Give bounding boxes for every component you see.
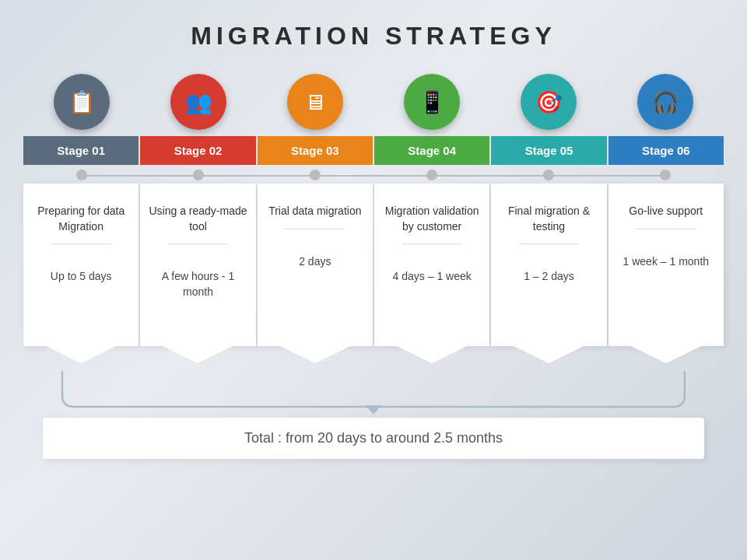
stage-label-03: Stage 03 — [258, 136, 373, 165]
card-divider-04 — [402, 243, 462, 244]
card-description-02: Using a ready-made tool — [148, 204, 247, 234]
card-description-01: Preparing for data Migration — [31, 204, 131, 234]
circle-wrapper-02: 👥 — [144, 74, 253, 130]
timeline-dot-02 — [193, 170, 204, 180]
card-description-06: Go-live support — [629, 204, 703, 219]
curved-arrow-svg — [23, 368, 724, 415]
stage-circle-01: 📋 — [54, 74, 110, 130]
stage-circle-06: 🎧 — [637, 74, 693, 130]
timeline-dot-04 — [426, 170, 437, 180]
stage-card-04: Migration validation by customer4 days –… — [374, 184, 489, 346]
stage-circle-05: 🎯 — [521, 74, 577, 130]
svg-marker-0 — [366, 405, 381, 415]
stage-card-06: Go-live support1 week – 1 month — [608, 184, 724, 346]
timeline-line — [78, 175, 669, 177]
stage-label-02: Stage 02 — [140, 136, 255, 165]
timeline-dot-06 — [660, 170, 671, 180]
labels-row: Stage 01Stage 02Stage 03Stage 04Stage 05… — [23, 136, 724, 165]
stage-card-02: Using a ready-made toolA few hours - 1 m… — [140, 184, 255, 346]
card-divider-06 — [636, 229, 696, 229]
card-divider-02 — [168, 243, 228, 244]
card-duration-05: 1 – 2 days — [524, 269, 574, 285]
circle-wrapper-01: 📋 — [27, 74, 136, 130]
circle-wrapper-05: 🎯 — [494, 74, 603, 130]
total-text: Total : from 20 days to around 2.5 month… — [244, 430, 503, 446]
card-description-03: Trial data migration — [268, 204, 361, 219]
stage-label-06: Stage 06 — [608, 136, 724, 165]
stage-card-05: Final migration & testing1 – 2 days — [491, 184, 606, 346]
stage-circle-02: 👥 — [170, 74, 226, 130]
card-divider-03 — [285, 229, 345, 229]
stage-card-03: Trial data migration2 days — [258, 184, 373, 346]
stage-label-04: Stage 04 — [374, 136, 489, 165]
card-duration-06: 1 week – 1 month — [623, 254, 710, 270]
total-banner: Total : from 20 days to around 2.5 month… — [43, 418, 704, 459]
circles-row: 📋👥🖥📱🎯🎧 — [23, 74, 724, 130]
bottom-arrow-section — [23, 368, 724, 415]
timeline-dot-03 — [310, 170, 321, 180]
card-divider-05 — [519, 243, 579, 244]
timeline-dot-01 — [76, 170, 87, 180]
stage-label-01: Stage 01 — [23, 136, 139, 165]
stage-circle-04: 📱 — [404, 74, 460, 130]
card-divider-01 — [51, 243, 111, 244]
card-duration-01: Up to 5 days — [51, 269, 112, 285]
timeline-dot-05 — [543, 170, 554, 180]
circle-wrapper-04: 📱 — [377, 74, 486, 130]
card-duration-02: A few hours - 1 month — [148, 269, 247, 299]
stage-label-05: Stage 05 — [491, 136, 606, 165]
card-duration-04: 4 days – 1 week — [393, 269, 472, 285]
stage-circle-03: 🖥 — [287, 74, 343, 130]
dots-row — [23, 170, 724, 180]
circle-wrapper-06: 🎧 — [611, 74, 720, 130]
cards-row: Preparing for data MigrationUp to 5 days… — [23, 184, 724, 346]
card-description-04: Migration validation by customer — [382, 204, 482, 234]
stages-section: 📋👥🖥📱🎯🎧 Stage 01Stage 02Stage 03Stage 04S… — [23, 74, 724, 346]
stage-card-01: Preparing for data MigrationUp to 5 days — [23, 184, 139, 346]
page-title: MIGRATION STRATEGY — [191, 22, 556, 51]
card-description-05: Final migration & testing — [499, 204, 598, 234]
circle-wrapper-03: 🖥 — [261, 74, 370, 130]
card-duration-03: 2 days — [299, 254, 331, 270]
